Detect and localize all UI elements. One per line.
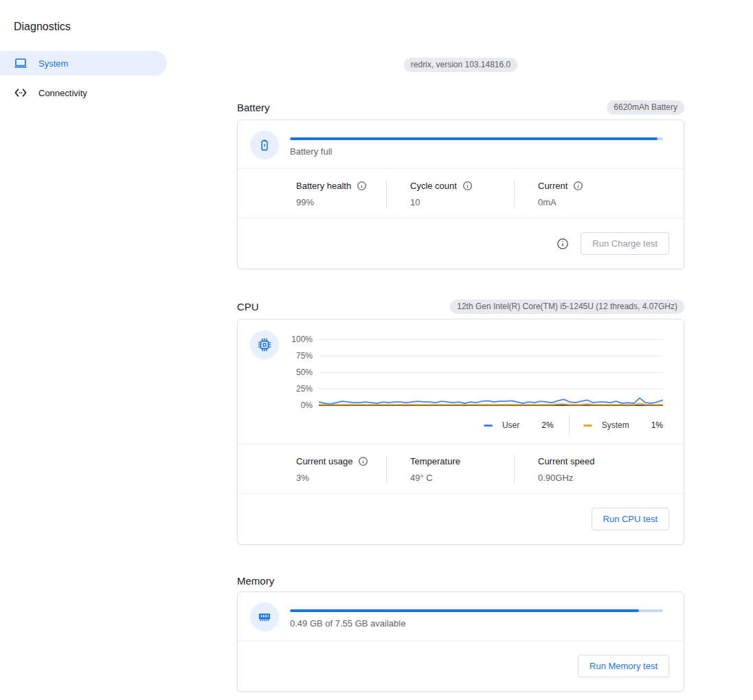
memory-section-header: Memory	[237, 575, 684, 587]
battery-charge-row: Battery full	[238, 120, 684, 168]
cpu-stats-row: Current usage 3% Temperature 49° C Curre…	[238, 444, 684, 493]
memory-usage-row: 0.49 GB of 7.55 GB available	[238, 592, 684, 640]
stat-label: Temperature	[410, 456, 460, 466]
battery-action-row: Run Charge test	[238, 218, 684, 269]
y-tick-label: 75%	[296, 351, 313, 361]
stat-value: 49° C	[410, 473, 514, 483]
y-tick-label: 50%	[296, 368, 313, 377]
sidebar: System Connectivity	[0, 51, 167, 110]
battery-icon	[250, 131, 279, 159]
system-series-swatch	[583, 425, 592, 427]
stat-value: 0.90GHz	[538, 473, 684, 483]
current-speed-stat: Current speed 0.90GHz	[514, 455, 684, 483]
cpu-icon	[250, 330, 279, 359]
temperature-stat: Temperature 49° C	[386, 455, 514, 483]
stat-value: 0mA	[538, 197, 684, 207]
stat-value: 99%	[296, 197, 386, 207]
memory-action-row: Run Memory test	[238, 640, 684, 691]
run-charge-test-button[interactable]: Run Charge test	[581, 232, 669, 255]
memory-card: 0.49 GB of 7.55 GB available Run Memory …	[237, 591, 684, 692]
info-icon[interactable]	[573, 181, 583, 191]
stat-label: Current speed	[538, 456, 594, 466]
page-title: Diagnostics	[14, 21, 71, 33]
main-content: redrix, version 103.14816.0 Battery 6620…	[237, 0, 684, 692]
connectivity-icon	[14, 86, 27, 100]
system-series-line	[319, 403, 663, 405]
battery-card: Battery full Battery health 99% Cycle co…	[237, 120, 684, 269]
info-icon[interactable]	[358, 456, 368, 466]
y-tick-label: 25%	[296, 384, 313, 394]
version-row: redrix, version 103.14816.0	[237, 58, 684, 72]
memory-progress-bar	[290, 609, 663, 612]
cpu-card: 100%75%50%25%0% User 2% System	[237, 319, 684, 545]
legend-value: 1%	[651, 420, 663, 430]
run-memory-test-button[interactable]: Run Memory test	[578, 655, 669, 677]
info-icon[interactable]	[462, 181, 473, 191]
sidebar-item-label: Connectivity	[38, 88, 87, 98]
board-version-badge: redrix, version 103.14816.0	[404, 58, 517, 72]
cpu-section-header: CPU 12th Gen Intel(R) Core(TM) i5-1245U …	[237, 300, 684, 314]
info-icon[interactable]	[357, 181, 367, 191]
battery-stats-row: Battery health 99% Cycle count 10	[238, 168, 684, 218]
sidebar-item-connectivity[interactable]: Connectivity	[0, 80, 167, 105]
stat-value: 3%	[296, 473, 386, 483]
sidebar-item-label: System	[38, 58, 68, 69]
memory-section-title: Memory	[237, 575, 274, 587]
current-stat: Current 0mA	[514, 180, 684, 207]
sidebar-item-system[interactable]: System	[0, 51, 167, 76]
legend-name: User	[502, 420, 519, 430]
cycle-count-stat: Cycle count 10	[386, 180, 514, 207]
run-cpu-test-button[interactable]: Run CPU test	[592, 508, 669, 530]
battery-capacity-badge: 6620mAh Battery	[607, 100, 684, 115]
y-tick-label: 0%	[301, 400, 313, 410]
user-series-line	[319, 398, 663, 404]
stat-label: Cycle count	[410, 181, 457, 191]
battery-status-text: Battery full	[290, 146, 663, 157]
battery-health-stat: Battery health 99%	[296, 180, 386, 207]
battery-section-header: Battery 6620mAh Battery	[237, 100, 684, 115]
current-usage-stat: Current usage 3%	[296, 455, 386, 483]
cpu-action-row: Run CPU test	[238, 493, 684, 544]
battery-section-title: Battery	[237, 102, 270, 113]
battery-progress-bar	[290, 137, 663, 140]
memory-status-text: 0.49 GB of 7.55 GB available	[290, 618, 663, 629]
battery-progress-fill	[290, 137, 658, 140]
legend-item-system: System 1%	[583, 416, 663, 434]
chart-legend: User 2% System 1%	[290, 415, 663, 436]
legend-item-user: User 2%	[484, 416, 554, 434]
info-icon[interactable]	[557, 238, 569, 250]
laptop-icon	[14, 56, 27, 70]
cpu-chart-row: 100%75%50%25%0% User 2% System	[238, 319, 684, 444]
stat-label: Current	[538, 181, 567, 191]
cpu-section-title: CPU	[237, 301, 259, 313]
cpu-model-badge: 12th Gen Intel(R) Core(TM) i5-1245U (12 …	[450, 300, 684, 314]
stat-value: 10	[410, 197, 514, 207]
stat-label: Current usage	[296, 456, 352, 466]
cpu-usage-chart: 100%75%50%25%0%	[290, 339, 663, 406]
stat-label: Battery health	[296, 181, 351, 191]
legend-name: System	[602, 420, 629, 430]
legend-value: 2%	[541, 420, 553, 430]
memory-icon	[250, 602, 279, 631]
user-series-swatch	[484, 425, 493, 427]
y-tick-label: 100%	[291, 335, 313, 344]
memory-progress-fill	[290, 609, 639, 612]
chart-y-axis: 100%75%50%25%0%	[290, 339, 319, 406]
chart-plot-area	[319, 339, 663, 406]
legend-divider	[569, 415, 570, 436]
